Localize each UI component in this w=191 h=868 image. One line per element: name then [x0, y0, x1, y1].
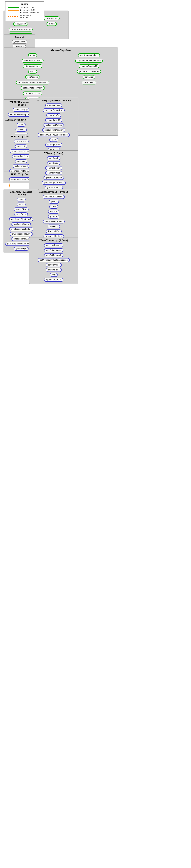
- node-enlightened-at-iface: enlightenedAt: [11, 237, 31, 241]
- node-lock: lock: [49, 205, 58, 209]
- node-token-pair-id: tokenPairID: [45, 118, 62, 122]
- node-get-enlightenment-breakdown: getEnlightenmentBreakdown: [16, 81, 49, 85]
- node-contract-uri: contractURI: [45, 103, 62, 107]
- node-get-last-cycle-start: getLastCycleStart: [42, 181, 66, 185]
- node-give: give: [49, 138, 58, 142]
- igametreasury-box: IGameTreasury (iface) getPctShamans getP…: [29, 238, 78, 284]
- node-renounce-ownership: renounceOwnership: [9, 28, 33, 31]
- node-update-turn-fee: updateTurnFee: [44, 278, 63, 282]
- node-get-cycle: getCycle: [47, 161, 61, 165]
- node-melt: melt: [28, 70, 37, 73]
- legend-line-internal: [8, 7, 19, 8]
- node-get-pct-winners: getPctWinners: [44, 248, 63, 252]
- node-payout: payout: [48, 215, 59, 219]
- node-pray: pray: [28, 53, 37, 57]
- node-blockhash: blockhash: [82, 81, 96, 85]
- node-ensure-fees-treasury: ensureFees: [46, 268, 62, 272]
- node-receive-ether-vault: <Receive Ether>: [43, 195, 64, 199]
- node-melt-iface: melt: [17, 203, 26, 207]
- alchemytoysgame-title: AlchemyToysGame: [5, 49, 116, 52]
- node-get-levels-config: getLevelsConfig: [43, 108, 64, 112]
- legend-item-internal: Internal Call: [8, 6, 41, 9]
- node-get-sacrifice-index: getSacrificeIndex: [77, 70, 101, 73]
- node-approve: approve: [15, 159, 27, 163]
- node-get-recipe-iface: getRecipe: [14, 247, 28, 251]
- node-sacrifice-iface: sacrifice: [14, 208, 28, 211]
- node-msg-sender-ownable: _msgSender: [44, 17, 59, 20]
- node-receive-ether-atg: <Receive Ether>: [22, 59, 43, 63]
- node-constructor-atg: <Constructor>: [23, 64, 42, 68]
- node-get-sacrifices: getSacrifices: [23, 92, 42, 95]
- legend-box: Legend Internal Call External Call Defin…: [5, 1, 44, 21]
- node-balance-of: balanceOf: [14, 140, 28, 144]
- node-get-lock: getLock: [48, 224, 60, 228]
- node-get-pct-shamans: getPctShamans: [44, 243, 63, 247]
- itimer-title: ITimer (iface): [31, 152, 77, 155]
- node-get-pct-prophet: getPctProphet: [44, 253, 63, 257]
- node-only-owner: onlyOwner: [13, 22, 28, 26]
- legend-item-defined: Defined Contract: [8, 12, 41, 14]
- legend-line-external: [8, 10, 19, 10]
- legend-label-external: External Call: [20, 9, 35, 11]
- node-name: name: [17, 123, 26, 127]
- node-get-sacrifices-iface: getSacrifices: [11, 222, 31, 226]
- node-enlightened-count-iface: enlightenedCount: [10, 232, 33, 236]
- igametreasury-title: IGameTreasury (iface): [31, 239, 77, 242]
- node-change-epoch: changeEpoch: [45, 166, 62, 170]
- legend-line-undefined: [8, 17, 19, 17]
- node-get-random-number: getRandomNumber: [78, 53, 100, 57]
- node-symbol: symbol: [16, 128, 27, 132]
- node-pay: pay: [50, 273, 58, 277]
- node-give-special: giveSpecial: [45, 143, 62, 147]
- node-get-recipe: getRecipe: [25, 75, 40, 79]
- node-get-treasury-distributions: getTreasuryDistributions: [38, 258, 70, 262]
- node-pray-iface: pray: [17, 197, 26, 202]
- node-get-turn-fee: getTurnFee: [46, 263, 62, 267]
- node-grant: grant: [49, 200, 59, 204]
- node-change-cycle: changeCycle: [45, 171, 62, 175]
- node-get-epoch: getEpoch: [47, 156, 61, 160]
- node-get-sacrifice-proof: getSacrificeProof: [21, 86, 45, 90]
- context-title: Context: [5, 36, 34, 38]
- node-give-random-level-card: _giveRandomLevelCard: [75, 59, 103, 63]
- node-get-sacrifice-index-iface: getSacrificeIndex: [9, 227, 33, 231]
- legend-label-undefined: Undefined Contract: [20, 14, 41, 19]
- node-unlock: unlock: [48, 210, 59, 214]
- node-token-of-owner-by-index-range: tokenOfOwnerByIndexRange: [38, 133, 70, 137]
- node-get-current-number: getCurrentNumber: [42, 128, 65, 132]
- ialchemytoysgame-iface-title: IAlchemyToysGame (iface): [5, 191, 37, 196]
- node-payable-atg: payable: [83, 75, 95, 79]
- legend-item-external: External Call: [8, 9, 41, 11]
- legend-label-defined: Defined Contract: [20, 12, 39, 14]
- node-total-supply: totalSupply: [13, 108, 30, 112]
- igametreasury-nodes: getPctShamans getPctWinners getPctProphe…: [31, 243, 77, 282]
- diagram-container: Legend Internal Call External Call Defin…: [0, 0, 191, 868]
- node-token-info: tokenInfo: [46, 113, 61, 117]
- legend-label-internal: Internal Call: [20, 6, 35, 9]
- node-transfer-from: transferFrom: [12, 154, 30, 158]
- node-is-eligible: isEligible: [46, 229, 62, 233]
- node-msg-sender-context: _msgSender: [11, 40, 27, 44]
- node-get-cycle-length: getCycleLength: [44, 176, 64, 180]
- legend-line-defined: [8, 13, 19, 13]
- node-update-epoch-data: updateEpochData: [43, 220, 64, 223]
- node-is-special-token: isSpecialToken: [44, 123, 64, 127]
- node-owner-of: ownerOf: [15, 145, 27, 148]
- node-get-sacrifice-proof-iface: getSacrificeProof: [9, 217, 33, 221]
- node-owner: owner: [47, 22, 57, 26]
- node-epoch-recipe-id: _epochRecipeID: [79, 64, 99, 68]
- ialchemytoystoken-title: IAlchemyToysToken (iface): [31, 99, 77, 102]
- node-proclaim-iface: proclaim: [15, 212, 28, 216]
- node-get-approved: getApproved: [13, 164, 30, 168]
- legend-item-undefined: Undefined Contract: [8, 14, 41, 19]
- legend-title: Legend: [8, 3, 41, 5]
